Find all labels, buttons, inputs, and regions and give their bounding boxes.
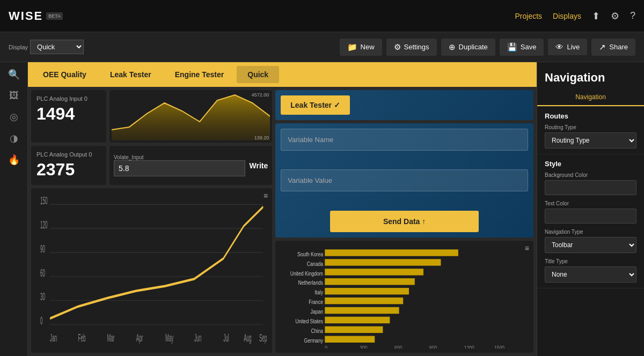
nav-type-select[interactable]: Toolbar bbox=[545, 237, 636, 253]
settings-button[interactable]: ⚙ Settings bbox=[386, 39, 437, 56]
leak-tester-button[interactable]: Leak Tester ✓ bbox=[281, 95, 350, 115]
projects-nav-link[interactable]: Projects bbox=[515, 12, 543, 20]
share-icon: ↗ bbox=[599, 42, 606, 52]
svg-text:France: France bbox=[309, 299, 323, 305]
area-chart-top-label: 4572.00 bbox=[252, 92, 269, 98]
image-icon[interactable]: 🖼 bbox=[9, 90, 19, 101]
displays-nav-link[interactable]: Displays bbox=[553, 12, 581, 20]
write-button[interactable]: Write bbox=[250, 161, 268, 170]
circle-icon[interactable]: ◎ bbox=[10, 111, 18, 123]
logo-area: WISE BETA bbox=[9, 9, 63, 23]
search-icon[interactable]: 🔍 bbox=[8, 69, 20, 80]
plc-output-card: PLC Analog Output 0 2375 bbox=[31, 146, 106, 185]
svg-text:900: 900 bbox=[429, 345, 437, 348]
plc-output-value: 2375 bbox=[36, 160, 101, 180]
svg-text:1500: 1500 bbox=[494, 345, 505, 348]
svg-text:Germany: Germany bbox=[304, 337, 324, 344]
svg-text:China: China bbox=[311, 328, 324, 334]
bg-color-input[interactable]: undefined bbox=[545, 180, 636, 195]
variable-name-field[interactable]: Variable Name bbox=[281, 129, 528, 151]
title-type-label: Title Type bbox=[545, 258, 636, 264]
variable-value-field[interactable]: Variable Value bbox=[281, 169, 528, 191]
text-color-input[interactable]: undefined bbox=[545, 209, 636, 224]
gear-icon[interactable]: ⚙ bbox=[611, 10, 619, 22]
bg-color-label: Background Color bbox=[545, 172, 636, 178]
write-input[interactable] bbox=[114, 160, 245, 176]
duplicate-button[interactable]: ⊕ Duplicate bbox=[441, 39, 495, 56]
plc-input-title: PLC Analog Input 0 bbox=[36, 95, 101, 102]
save-button[interactable]: 💾 Save bbox=[500, 39, 544, 56]
write-input-group: Volate_Input bbox=[114, 154, 245, 176]
routes-section: Routes Routing Type Routing Type bbox=[537, 107, 644, 154]
svg-rect-35 bbox=[325, 278, 415, 285]
svg-text:Jun: Jun bbox=[194, 331, 201, 343]
bar-chart-card: ≡ South Korea Canada United Kingdom Neth… bbox=[275, 241, 533, 353]
routing-type-select[interactable]: Routing Type bbox=[545, 132, 636, 149]
svg-text:United Kingdom: United Kingdom bbox=[290, 270, 323, 277]
plc-input-card: PLC Analog Input 0 1494 bbox=[31, 90, 106, 143]
line-chart-menu-icon[interactable]: ≡ bbox=[264, 191, 268, 200]
svg-text:0: 0 bbox=[325, 345, 328, 348]
flame-icon[interactable]: 🔥 bbox=[8, 154, 20, 166]
new-button[interactable]: 📁 New bbox=[340, 39, 382, 56]
tab-leak-tester[interactable]: Leak Tester bbox=[99, 66, 162, 83]
svg-text:Japan: Japan bbox=[311, 308, 324, 315]
live-icon: 👁 bbox=[555, 42, 564, 51]
right-panel-tabs: Navigation bbox=[537, 89, 644, 107]
svg-text:0: 0 bbox=[40, 315, 43, 327]
nav-links: Projects Displays ⬆ ⚙ ? bbox=[515, 10, 636, 22]
left-sidebar: 🔍 🖼 ◎ ◑ 🔥 bbox=[0, 62, 28, 356]
main-layout: 🔍 🖼 ◎ ◑ 🔥 OEE Quality Leak Tester Engine… bbox=[0, 62, 644, 356]
nav-type-label: Navigation Type bbox=[545, 229, 636, 235]
svg-rect-34 bbox=[325, 269, 424, 275]
upload-icon[interactable]: ⬆ bbox=[592, 10, 600, 22]
bar-chart-menu-icon[interactable]: ≡ bbox=[525, 244, 529, 253]
logo-text: WISE bbox=[9, 9, 43, 23]
plc-output-title: PLC Analog Output 0 bbox=[36, 151, 101, 158]
svg-text:Sep: Sep bbox=[259, 331, 267, 343]
svg-rect-41 bbox=[325, 336, 375, 343]
bar-chart-svg: South Korea Canada United Kingdom Nether… bbox=[280, 245, 529, 348]
tab-quick[interactable]: Quick bbox=[237, 66, 279, 83]
svg-text:Canada: Canada bbox=[307, 261, 324, 267]
line-chart-card: ≡ 150 120 90 60 30 0 bbox=[31, 188, 272, 353]
beta-badge: BETA bbox=[46, 12, 63, 20]
tab-engine-tester[interactable]: Engine Tester bbox=[164, 66, 235, 83]
svg-text:Jul: Jul bbox=[223, 331, 229, 343]
svg-text:90: 90 bbox=[40, 243, 45, 255]
routing-type-label: Routing Type bbox=[545, 124, 636, 130]
leak-tester-card: Leak Tester ✓ bbox=[275, 90, 533, 120]
svg-text:Apr: Apr bbox=[136, 331, 143, 343]
tab-oee-quality[interactable]: OEE Quality bbox=[32, 66, 97, 83]
toolbar: Display Quick 📁 New ⚙ Settings ⊕ Duplica… bbox=[0, 32, 644, 62]
svg-rect-37 bbox=[325, 298, 404, 304]
svg-text:Italy: Italy bbox=[314, 289, 323, 295]
svg-rect-36 bbox=[325, 288, 409, 294]
display-label: Display bbox=[9, 44, 28, 50]
duplicate-icon: ⊕ bbox=[449, 42, 456, 52]
svg-text:May: May bbox=[165, 331, 174, 343]
svg-rect-40 bbox=[325, 327, 383, 333]
display-select[interactable]: Quick bbox=[30, 40, 84, 54]
svg-text:300: 300 bbox=[360, 345, 368, 348]
help-icon[interactable]: ? bbox=[630, 10, 635, 21]
new-icon: 📁 bbox=[347, 42, 357, 52]
live-button[interactable]: 👁 Live bbox=[548, 39, 587, 55]
share-button[interactable]: ↗ Share bbox=[591, 39, 635, 56]
routes-title: Routes bbox=[545, 112, 636, 120]
pie-icon[interactable]: ◑ bbox=[10, 132, 18, 144]
save-icon: 💾 bbox=[507, 42, 517, 52]
line-chart-svg: 150 120 90 60 30 0 bbox=[35, 192, 268, 348]
title-type-select[interactable]: None bbox=[545, 266, 636, 283]
svg-text:Jan: Jan bbox=[50, 331, 57, 343]
tab-navigation[interactable]: Navigation bbox=[537, 89, 644, 106]
area-chart-card: 4572.00 139.20 bbox=[109, 90, 272, 143]
right-panel: Navigation Navigation Routes Routing Typ… bbox=[537, 62, 644, 356]
svg-rect-32 bbox=[325, 249, 459, 256]
area-chart-svg bbox=[112, 92, 270, 140]
send-data-button[interactable]: Send Data ↑ bbox=[330, 211, 478, 232]
style-title: Style bbox=[545, 160, 636, 168]
right-panel-title: Navigation bbox=[537, 62, 644, 89]
svg-rect-33 bbox=[325, 259, 441, 265]
svg-text:600: 600 bbox=[394, 345, 402, 348]
